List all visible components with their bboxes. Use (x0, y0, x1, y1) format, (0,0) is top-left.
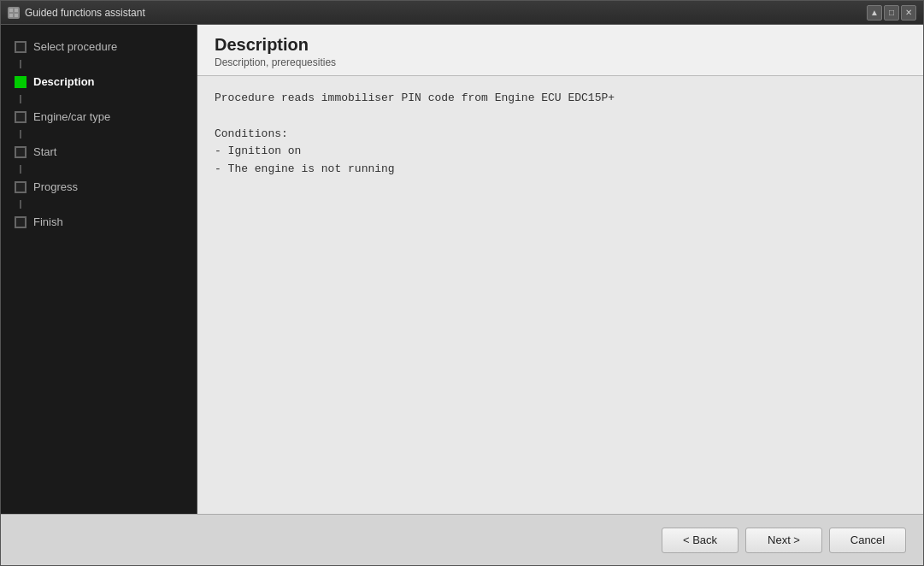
svg-rect-2 (9, 14, 13, 17)
sidebar-label-select-procedure: Select procedure (33, 40, 117, 53)
panel-title: Description (215, 35, 906, 55)
svg-rect-3 (15, 14, 18, 17)
sidebar-connector-4 (20, 165, 21, 174)
sidebar-connector-3 (20, 130, 21, 139)
description-text: Procedure reads immobiliser PIN code fro… (215, 90, 906, 179)
cancel-button[interactable]: Cancel (829, 528, 906, 553)
footer: < Back Next > Cancel (1, 514, 923, 565)
cancel-label: Cancel (850, 534, 885, 546)
window: Guided functions assistant ▲ □ ✕ Select … (0, 0, 924, 566)
sidebar: Select procedure Description Engine/car … (1, 25, 197, 514)
next-button[interactable]: Next > (745, 528, 822, 553)
back-label: < Back (683, 534, 717, 546)
close-button[interactable]: ✕ (901, 5, 916, 21)
sidebar-item-progress[interactable]: Progress (1, 175, 197, 198)
sidebar-label-engine-car-type: Engine/car type (33, 110, 110, 123)
sidebar-label-description: Description (33, 75, 95, 88)
back-button[interactable]: < Back (662, 528, 739, 553)
sidebar-label-start: Start (33, 145, 56, 158)
title-bar-left: Guided functions assistant (8, 7, 145, 19)
main-content: Select procedure Description Engine/car … (1, 25, 923, 514)
app-icon (8, 7, 20, 19)
right-panel: Description Description, prerequesities … (197, 25, 923, 514)
sidebar-connector-5 (20, 200, 21, 209)
sidebar-label-progress: Progress (33, 180, 78, 193)
step-icon-engine-car-type (15, 111, 26, 123)
svg-rect-1 (15, 9, 18, 12)
step-icon-start (15, 146, 26, 158)
step-icon-finish (15, 216, 26, 228)
maximize-button[interactable]: □ (884, 5, 899, 21)
panel-body: Procedure reads immobiliser PIN code fro… (197, 76, 923, 514)
sidebar-connector-1 (20, 60, 21, 68)
sidebar-item-select-procedure[interactable]: Select procedure (1, 35, 197, 58)
step-icon-progress (15, 181, 26, 193)
sidebar-connector-2 (20, 95, 21, 103)
next-label: Next > (768, 534, 800, 546)
window-title: Guided functions assistant (25, 7, 145, 19)
minimize-button[interactable]: ▲ (867, 5, 882, 21)
sidebar-item-finish[interactable]: Finish (1, 210, 197, 233)
sidebar-item-description[interactable]: Description (1, 70, 197, 93)
title-bar: Guided functions assistant ▲ □ ✕ (1, 1, 923, 25)
svg-rect-0 (9, 9, 13, 12)
panel-header: Description Description, prerequesities (197, 25, 923, 76)
sidebar-item-start[interactable]: Start (1, 140, 197, 163)
panel-subtitle: Description, prerequesities (215, 56, 906, 68)
sidebar-label-finish: Finish (33, 215, 63, 228)
sidebar-item-engine-car-type[interactable]: Engine/car type (1, 105, 197, 128)
title-bar-controls: ▲ □ ✕ (867, 5, 916, 21)
step-icon-select-procedure (15, 41, 26, 53)
step-icon-description (15, 76, 26, 88)
